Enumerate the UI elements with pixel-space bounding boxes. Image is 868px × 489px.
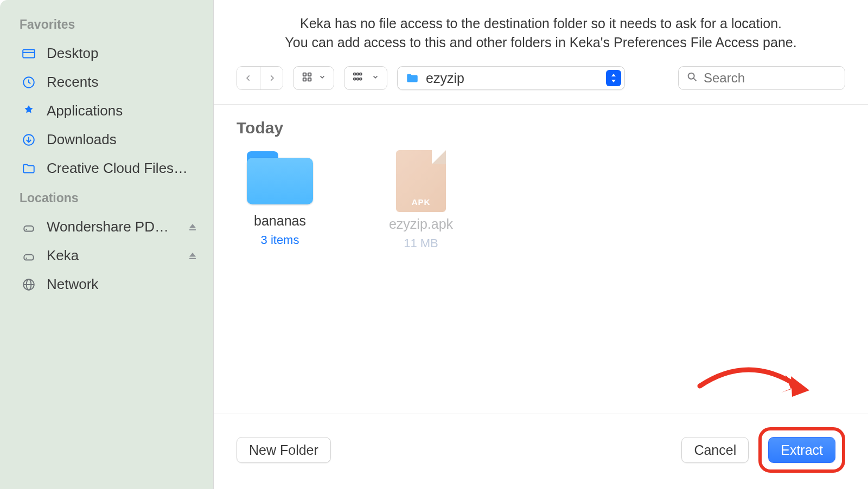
sidebar-item-label: Recents bbox=[47, 74, 198, 91]
folder-item-bananas[interactable]: bananas 3 items bbox=[237, 150, 323, 250]
chevron-down-icon bbox=[318, 73, 326, 83]
grid-icon bbox=[301, 71, 313, 85]
svg-line-23 bbox=[693, 78, 696, 81]
extract-highlight: Extract bbox=[758, 427, 845, 473]
sidebar-item-label: Network bbox=[47, 276, 198, 293]
forward-button[interactable] bbox=[260, 67, 283, 89]
toolbar: ezyzip bbox=[214, 57, 868, 104]
svg-rect-16 bbox=[354, 73, 356, 75]
sidebar-item-downloads[interactable]: Downloads bbox=[15, 127, 203, 152]
svg-point-22 bbox=[688, 73, 694, 79]
favorites-section-title: Favorites bbox=[15, 11, 203, 37]
svg-rect-14 bbox=[303, 78, 307, 81]
group-by-button[interactable] bbox=[344, 66, 387, 90]
sidebar: Favorites Desktop Recents Applications D… bbox=[0, 0, 214, 489]
updown-icon bbox=[606, 70, 621, 86]
folder-icon bbox=[405, 71, 419, 85]
folder-icon bbox=[21, 160, 37, 177]
file-sub: 3 items bbox=[261, 233, 299, 247]
footer: New Folder Cancel Extract bbox=[214, 414, 868, 489]
sidebar-item-network[interactable]: Network bbox=[15, 272, 203, 297]
file-sub: 11 MB bbox=[404, 236, 438, 250]
clock-icon bbox=[21, 74, 37, 91]
location-dropdown[interactable]: ezyzip bbox=[397, 66, 625, 90]
svg-rect-17 bbox=[356, 73, 359, 75]
location-label: ezyzip bbox=[426, 70, 599, 86]
sidebar-item-label: Desktop bbox=[47, 45, 198, 62]
sidebar-item-label: Creative Cloud Files… bbox=[47, 160, 198, 177]
svg-rect-8 bbox=[189, 258, 196, 259]
svg-rect-0 bbox=[23, 49, 35, 57]
sidebar-item-creative-cloud[interactable]: Creative Cloud Files… bbox=[15, 156, 203, 181]
view-icons-button[interactable] bbox=[293, 66, 334, 90]
sidebar-item-applications[interactable]: Applications bbox=[15, 98, 203, 124]
file-name: ezyzip.apk bbox=[389, 216, 453, 232]
file-item-ezyzip-apk[interactable]: APK ezyzip.apk 11 MB bbox=[378, 150, 464, 250]
disk-icon bbox=[21, 219, 37, 235]
back-button[interactable] bbox=[237, 67, 260, 89]
search-field[interactable] bbox=[678, 66, 845, 90]
cancel-button[interactable]: Cancel bbox=[681, 437, 749, 463]
desktop-icon bbox=[21, 46, 37, 62]
eject-icon[interactable] bbox=[187, 222, 198, 233]
nav-group bbox=[237, 66, 283, 90]
sidebar-item-keka[interactable]: Keka bbox=[15, 243, 203, 268]
apk-badge: APK bbox=[396, 197, 446, 207]
disk-icon bbox=[21, 248, 37, 264]
svg-rect-20 bbox=[356, 78, 359, 80]
svg-rect-18 bbox=[360, 73, 362, 75]
folder-icon bbox=[247, 150, 313, 204]
sidebar-item-label: Applications bbox=[47, 102, 198, 119]
sidebar-item-recents[interactable]: Recents bbox=[15, 69, 203, 95]
svg-rect-15 bbox=[308, 78, 311, 81]
info-line2: You can add access to this and other fol… bbox=[235, 33, 846, 52]
svg-rect-19 bbox=[354, 78, 356, 80]
apps-icon bbox=[21, 103, 37, 119]
file-browser-content: Today bananas 3 items APK ezyzip.apk 11 … bbox=[214, 104, 868, 414]
svg-rect-12 bbox=[303, 73, 307, 76]
sidebar-item-label: Downloads bbox=[47, 131, 198, 148]
group-header-today: Today bbox=[237, 114, 845, 150]
sidebar-item-desktop[interactable]: Desktop bbox=[15, 41, 203, 66]
sidebar-item-label: Wondershare PD… bbox=[47, 218, 177, 235]
svg-rect-21 bbox=[360, 78, 362, 80]
info-line1: Keka has no file access to the destinati… bbox=[235, 14, 846, 33]
new-folder-button[interactable]: New Folder bbox=[237, 437, 331, 463]
sidebar-item-label: Keka bbox=[47, 247, 177, 264]
extract-button[interactable]: Extract bbox=[768, 437, 835, 463]
download-icon bbox=[21, 132, 37, 148]
search-input[interactable] bbox=[704, 70, 866, 86]
sidebar-item-wondershare[interactable]: Wondershare PD… bbox=[15, 214, 203, 240]
chevron-down-icon bbox=[372, 73, 379, 83]
items-grid: bananas 3 items APK ezyzip.apk 11 MB bbox=[237, 150, 845, 250]
file-name: bananas bbox=[254, 213, 306, 229]
eject-icon[interactable] bbox=[187, 250, 198, 261]
svg-rect-6 bbox=[189, 229, 196, 230]
main-panel: Keka has no file access to the destinati… bbox=[214, 0, 868, 489]
info-message: Keka has no file access to the destinati… bbox=[214, 0, 868, 57]
list-group-icon bbox=[352, 71, 366, 85]
svg-rect-13 bbox=[308, 73, 311, 76]
apk-file-icon: APK bbox=[396, 150, 446, 212]
locations-section-title: Locations bbox=[15, 184, 203, 211]
search-icon bbox=[686, 71, 698, 85]
globe-icon bbox=[21, 276, 37, 293]
